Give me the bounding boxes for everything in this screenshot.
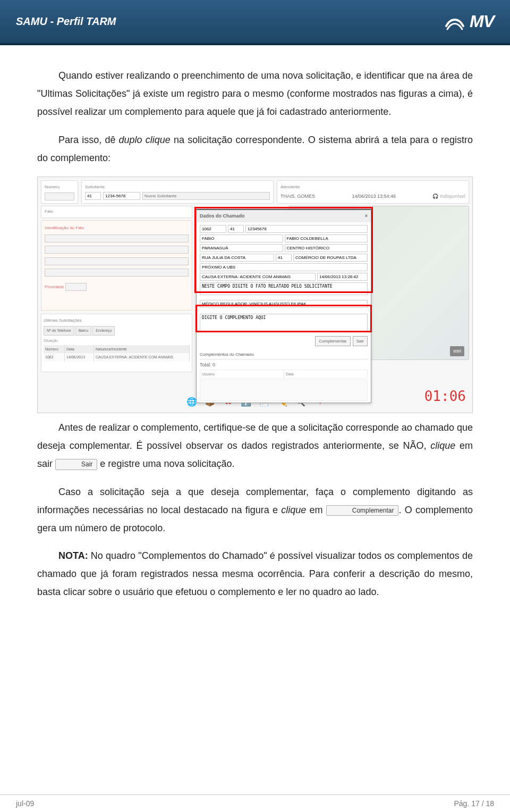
atendente-ts: 14/06/2013 13:54:46 [352, 192, 396, 201]
th-data: Data [65, 345, 94, 353]
panel-numero: Número [41, 180, 78, 204]
atendente-nome: THAIS. GOMES [280, 192, 315, 201]
label-prioridade: Prioridade [45, 284, 64, 289]
inline-sair-button[interactable]: Sair [55, 459, 97, 470]
highlight-dados [194, 207, 373, 293]
table-row[interactable]: 1062 14/06/2013 CAUSA EXTERNA: ACIDENTE … [44, 353, 190, 361]
label-total: Total: 0 [200, 361, 368, 370]
paragraph-2: Para isso, dê duplo clique na solicitaçã… [37, 131, 473, 167]
p3-text-d: e registre uma nova solicitação. [97, 458, 234, 469]
tab-endereco[interactable]: Endereço [92, 326, 115, 335]
document-body: Quando estiver realizando o preenchiment… [0, 45, 510, 622]
atendente-status: Indisponível [440, 194, 465, 199]
solicitante-nome-input[interactable] [142, 192, 270, 200]
paragraph-4: Caso a solicitação seja a que deseja com… [37, 483, 473, 538]
page-header: SAMU - Perfil TARM MV [0, 0, 510, 45]
logo-text: MV [470, 12, 494, 31]
row-data: 14/06/2013 [65, 353, 94, 361]
col-usuario: Usuário [200, 370, 284, 379]
dlg-complementar-button[interactable]: Complementar [315, 336, 350, 346]
p3-text-a: Antes de realizar o complemento, certifi… [37, 422, 473, 451]
inline-complementar-button[interactable]: Complementar [326, 505, 399, 516]
fato-row-3[interactable] [45, 257, 189, 265]
panel-solicitante: Solicitante [81, 180, 274, 204]
logo-swoosh-icon [444, 11, 465, 32]
label-solicitante: Solicitante [85, 183, 270, 191]
th-natureza: Natureza/Incidente [94, 345, 190, 353]
p5-nota: NOTA: [58, 550, 88, 561]
footer-page: Pág. 17 / 18 [454, 799, 494, 808]
th-numero: Número [44, 345, 65, 353]
label-ultimas: Últimas Solicitações [44, 316, 190, 324]
tab-telefone[interactable]: Nº de Telefone [44, 326, 74, 335]
numero-input[interactable] [45, 192, 74, 200]
label-numero: Número [45, 183, 74, 191]
fato-panel: Identificação do Fato Prioridade [41, 220, 192, 311]
mv-logo: MV [444, 11, 494, 32]
complementos-list: Complementos do Chamado Total: 0 Usuário… [197, 349, 371, 403]
tel-ddd-input[interactable] [85, 192, 101, 200]
label-complementos: Complementos do Chamado [200, 350, 368, 359]
row-num: 1062 [44, 353, 65, 361]
row-nat: CAUSA EXTERNA: ACIDENTE COM ANIMAIS [94, 353, 190, 361]
page-footer: jul-09 Pág. 17 / 18 [0, 794, 510, 812]
dlg-sair-button[interactable]: Sair [353, 336, 368, 346]
paragraph-3: Antes de realizar o complemento, certifi… [37, 418, 473, 473]
panel-atendente: Atendente THAIS. GOMES 14/06/2013 13:54:… [277, 180, 469, 204]
highlight-complemento [196, 305, 372, 332]
app-screenshot: Número Solicitante Atendente THAIS. GOME… [37, 177, 473, 413]
label-ident-fato: Identificação do Fato [45, 224, 189, 232]
esri-badge: esri [450, 346, 464, 356]
ultimas-panel: Últimas Solicitações Nº de Telefone Bair… [41, 314, 192, 372]
label-atendente: Atendente [280, 183, 465, 191]
complementos-empty [200, 380, 368, 401]
header-title: SAMU - Perfil TARM [16, 15, 116, 28]
prioridade-select[interactable] [65, 283, 87, 291]
tel-num-input[interactable] [103, 192, 140, 200]
fato-row-2[interactable] [45, 246, 189, 254]
footer-date: jul-09 [16, 799, 34, 808]
fato-row-1[interactable] [45, 235, 189, 242]
p2-emph: duplo clique [119, 135, 171, 145]
p3-emph: clique [430, 440, 455, 451]
tab-bairro[interactable]: Bairro [75, 326, 92, 335]
paragraph-1: Quando estiver realizando o preenchiment… [37, 66, 473, 121]
label-fato: Fato [45, 207, 189, 215]
label-situacao: Situação [44, 337, 190, 344]
fato-row-4[interactable] [45, 269, 189, 277]
col-data: Data [284, 370, 368, 379]
p5-text: No quadro "Complementos do Chamado" é po… [37, 550, 473, 597]
p2-text-a: Para isso, dê [58, 135, 119, 145]
paragraph-5: NOTA: No quadro "Complementos do Chamado… [37, 547, 473, 601]
p4-emph: clique [281, 505, 306, 515]
timer-value: 01:06 [424, 383, 466, 409]
p4-text-c: em [306, 505, 326, 515]
